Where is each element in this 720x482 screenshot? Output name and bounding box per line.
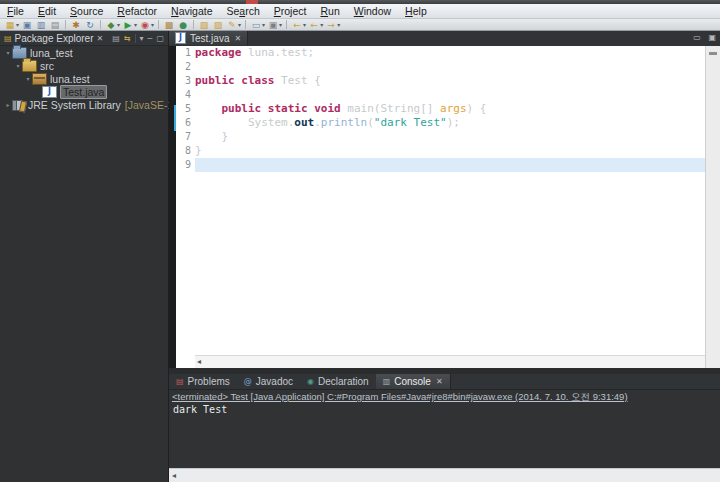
package-explorer-tab[interactable]: ▤ Package Explorer ✕ ▤⇆▾─▢ — [0, 31, 168, 46]
console-horizontal-scrollbar[interactable]: ◂ — [169, 468, 720, 482]
dropdown-arrow-icon[interactable]: ▾ — [303, 21, 306, 28]
expander-icon[interactable]: ▾ — [24, 75, 32, 82]
menu-navigate[interactable]: Navigate — [164, 5, 219, 17]
forward-icon[interactable]: → — [325, 20, 337, 30]
code-line-7[interactable]: } — [195, 130, 706, 144]
code-segment: main(String[] — [341, 102, 440, 115]
collapse-all-icon[interactable]: ▤ — [112, 34, 120, 43]
tree-item-label: JRE System Library — [28, 99, 121, 111]
maximize-icon[interactable]: ▢ — [156, 34, 164, 43]
save-icon[interactable]: ▣ — [21, 20, 33, 30]
code-line-1[interactable]: package luna.test; — [195, 46, 706, 60]
package-explorer-title: Package Explorer — [15, 33, 94, 44]
dropdown-arrow-icon[interactable]: ▾ — [238, 21, 241, 28]
minimize-icon[interactable]: ▭ — [693, 33, 701, 42]
menu-source[interactable]: Source — [63, 5, 110, 17]
menu-run[interactable]: Run — [313, 5, 346, 17]
line-number: 8 — [176, 144, 195, 158]
open-folder-icon[interactable]: ▨ — [198, 20, 210, 30]
editor-vertical-scrollbar[interactable] — [705, 46, 720, 368]
overview-marker — [709, 52, 717, 55]
tab-test-java[interactable]: J Test.java ✕ — [169, 31, 248, 45]
debug-icon[interactable]: ◆ — [105, 20, 117, 30]
back2-icon[interactable]: ← — [308, 20, 320, 30]
print-icon[interactable]: ▤ — [49, 20, 61, 30]
line-number-gutter: 123456789 — [176, 46, 195, 355]
scroll-left-arrow-icon[interactable]: ◂ — [172, 471, 176, 480]
annotation-ruler[interactable] — [169, 46, 176, 368]
menu-help[interactable]: Help — [398, 5, 434, 17]
line-number: 7 — [176, 130, 195, 144]
tree-item-label: src — [40, 60, 54, 72]
tree-item-luna-test[interactable]: ▾luna.test — [0, 72, 168, 85]
dropdown-arrow-icon[interactable]: ▾ — [320, 21, 323, 28]
menu-file[interactable]: File — [0, 5, 31, 17]
code-line-5[interactable]: public static void main(String[] args) { — [195, 102, 706, 116]
tab-javadoc[interactable]: @Javadoc — [237, 374, 300, 389]
dropdown-arrow-icon[interactable]: ▾ — [279, 21, 282, 28]
annotate-icon[interactable]: ✎ — [226, 20, 238, 30]
dropdown-arrow-icon[interactable]: ▾ — [151, 21, 154, 28]
run-icon[interactable]: ▶ — [122, 20, 134, 30]
back-icon[interactable]: ← — [291, 20, 303, 30]
maximize-icon[interactable]: ▣ — [708, 33, 716, 42]
new-wizard-icon[interactable]: ▦ — [4, 20, 16, 30]
tree-item-jre-system-library[interactable]: ▸JRE System Library[JavaSE-1.8] — [0, 98, 168, 111]
library-icon — [12, 100, 25, 110]
dropdown-arrow-icon[interactable]: ▾ — [16, 21, 19, 28]
console-output: dark Test — [173, 404, 227, 415]
dropdown-arrow-icon[interactable]: ▾ — [117, 21, 120, 28]
minimize-icon[interactable]: ─ — [148, 34, 153, 43]
close-icon[interactable]: ✕ — [234, 34, 241, 43]
code-line-8[interactable]: } — [195, 144, 706, 158]
line-number: 6 — [176, 116, 195, 130]
menu-edit[interactable]: Edit — [31, 5, 63, 17]
project-tree: ▾luna_test▾src▾luna.testJTest.java▸JRE S… — [0, 46, 168, 111]
tree-item-src[interactable]: ▾src — [0, 59, 168, 72]
refresh-icon[interactable]: ↻ — [84, 20, 96, 30]
link-with-editor-icon[interactable]: ⇆ — [124, 34, 131, 43]
dropdown-arrow-icon[interactable]: ▾ — [134, 21, 137, 28]
close-icon[interactable]: ✕ — [436, 377, 443, 386]
code-editor[interactable]: 123456789 package luna.test;public class… — [169, 46, 720, 368]
menu-refactor[interactable]: Refactor — [110, 5, 164, 17]
expander-icon[interactable]: ▸ — [4, 101, 12, 108]
tree-item-label: luna_test — [30, 47, 73, 59]
build-icon[interactable]: ✱ — [70, 20, 82, 30]
console-process-header[interactable]: <terminated> Test [Java Application] C:#… — [172, 391, 628, 404]
save-all-icon[interactable]: ▥ — [35, 20, 47, 30]
editor-window-controls: ▭ ▣ — [688, 33, 716, 42]
open-type-icon[interactable]: ▨ — [212, 20, 224, 30]
code-segment: . — [314, 116, 321, 129]
tab-console[interactable]: ▥Console✕ — [376, 374, 451, 389]
new-java-project-icon[interactable]: ▩ — [163, 20, 175, 30]
coverage-icon[interactable]: ◉ — [139, 20, 151, 30]
expander-icon[interactable]: ▾ — [14, 62, 22, 69]
tree-item-test-java[interactable]: JTest.java — [0, 85, 168, 98]
code-area[interactable]: package luna.test;public class Test { pu… — [195, 46, 706, 355]
dropdown-arrow-icon[interactable]: ▾ — [337, 21, 340, 28]
menu-window[interactable]: Window — [347, 5, 398, 17]
expander-icon[interactable]: ▾ — [4, 49, 12, 56]
scroll-left-arrow-icon[interactable]: ◂ — [197, 357, 201, 366]
menu-search[interactable]: Search — [219, 5, 266, 17]
code-line-9[interactable] — [195, 158, 706, 172]
code-segment: println — [321, 116, 367, 129]
toolbar-separator — [65, 20, 66, 29]
code-line-4[interactable] — [195, 88, 706, 102]
tab-problems[interactable]: ▤Problems — [169, 374, 237, 389]
view-menu-icon[interactable]: ▾ — [140, 34, 144, 43]
code-line-2[interactable] — [195, 60, 706, 74]
code-line-3[interactable]: public class Test { — [195, 74, 706, 88]
last-edit-location-icon[interactable]: ▭ — [250, 20, 262, 30]
code-segment: out — [294, 116, 314, 129]
menu-project[interactable]: Project — [267, 5, 314, 17]
editor-horizontal-scrollbar[interactable]: ◂ — [195, 355, 706, 368]
dropdown-arrow-icon[interactable]: ▾ — [262, 21, 265, 28]
pin-editor-icon[interactable]: ▣ — [267, 20, 279, 30]
close-icon[interactable]: ✕ — [97, 34, 104, 43]
source-folder-icon — [22, 60, 37, 72]
new-class-icon[interactable]: ● — [177, 20, 189, 30]
tab-declaration[interactable]: ◉Declaration — [300, 374, 376, 389]
code-line-6[interactable]: System.out.println("dark Test"); — [195, 116, 706, 130]
